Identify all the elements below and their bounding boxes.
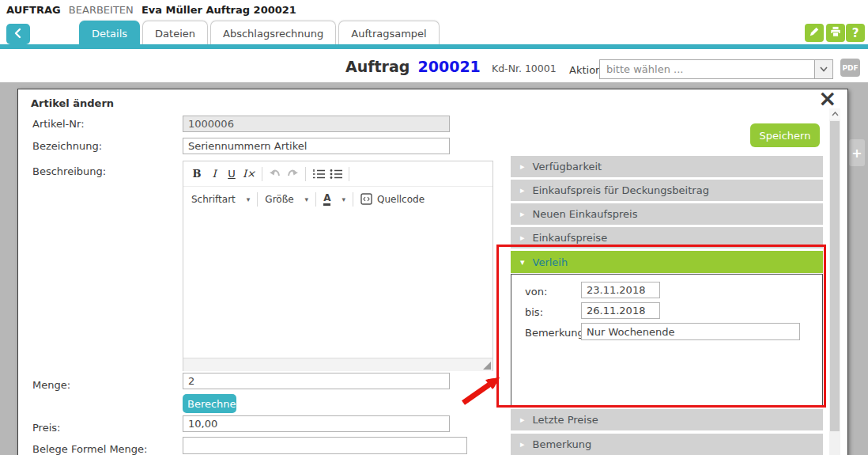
font-size-label: Größe: [265, 194, 293, 205]
accordion-label: Neuen Einkaufspreis: [533, 208, 638, 220]
print-button[interactable]: [826, 24, 845, 42]
action-select-value: bitte wählen ...: [600, 60, 814, 78]
chevron-right-icon: ▸: [520, 439, 525, 449]
tab-auftragsampel[interactable]: Auftragsampel: [338, 21, 439, 45]
chevron-down-icon: ▾: [342, 195, 345, 203]
accordion-label: Einkaufspreise: [533, 232, 608, 244]
editor-content-area[interactable]: [183, 211, 492, 358]
chevron-right-icon: ▸: [520, 415, 525, 425]
breadcrumb-section: AUFTRAG: [6, 4, 61, 16]
bemerkung-field[interactable]: [581, 323, 800, 340]
source-code-button[interactable]: Quellcode: [357, 193, 428, 205]
chevron-down-icon: ▾: [247, 195, 251, 203]
editor-toolbar-row2: Schriftart ▾ Größe ▾ A ▾: [183, 187, 492, 211]
source-code-icon: [360, 193, 372, 205]
accordion-section-verfuegbarkeit[interactable]: ▸ Verfügbarkeit: [511, 156, 823, 177]
menge-label: Menge:: [32, 379, 70, 391]
accordion-section-einkaufspreis-deckungsbeitrag[interactable]: ▸ Einkaufspreis für Deckungsbeitrag: [511, 180, 823, 201]
accordion-label: Verleih: [533, 256, 568, 268]
modal-title: Artikel ändern: [31, 97, 114, 109]
chevron-right-icon: ▸: [520, 161, 525, 172]
preis-label: Preis:: [32, 422, 60, 434]
toolbar-separator: [257, 192, 258, 207]
breadcrumb: AUFTRAG BEARBEITEN Eva Müller Auftrag 20…: [6, 4, 296, 16]
bullet-list-icon[interactable]: [327, 165, 345, 183]
bemerkung-label: Bemerkung:: [525, 327, 587, 339]
editor-toolbar-row1: B I U I×: [183, 161, 492, 187]
tab-bar: Details Dateien Abschlagsrechnung Auftra…: [79, 21, 442, 44]
chevron-left-icon: [13, 27, 24, 42]
beschreibung-editor: B I U I×: [183, 161, 493, 371]
accordion-label: Bemerkung: [533, 438, 592, 450]
tab-abschlagsrechnung[interactable]: Abschlagsrechnung: [210, 21, 336, 45]
accordion-section-einkaufspreise[interactable]: ▸ Einkaufspreise: [511, 227, 823, 248]
artikel-aendern-modal: Artikel ändern × Artikel-Nr: Bezeichnung…: [17, 89, 848, 455]
chevron-down-icon: ▾: [305, 195, 309, 203]
pdf-button[interactable]: PDF: [840, 59, 860, 77]
order-title: Auftrag: [345, 58, 409, 75]
chevron-right-icon: ▸: [520, 209, 525, 219]
accordion-label: Einkaufspreis für Deckungsbeitrag: [533, 184, 709, 196]
source-code-label: Quellcode: [377, 194, 425, 205]
breadcrumb-mode: BEARBEITEN: [69, 4, 134, 16]
toolbar-separator: [262, 167, 262, 181]
bis-date-field[interactable]: [581, 302, 660, 319]
accordion-label: Letzte Preise: [533, 414, 598, 426]
accordion-section-bemerkung[interactable]: ▸ Bemerkung: [511, 434, 823, 455]
accordion-label: Verfügbarkeit: [533, 161, 602, 173]
numbered-list-icon[interactable]: [310, 165, 327, 183]
bold-button[interactable]: B: [188, 165, 206, 183]
preis-field[interactable]: [183, 415, 450, 432]
artikel-nr-label: Artikel-Nr:: [32, 118, 85, 130]
page-title: Auftrag 200021 Kd-Nr. 10001: [345, 58, 557, 75]
undo-icon[interactable]: [266, 165, 284, 183]
chevron-right-icon: ▸: [520, 185, 525, 195]
italic-button[interactable]: I: [206, 165, 223, 183]
toolbar-separator: [349, 167, 349, 181]
action-select[interactable]: bitte wählen ...: [599, 59, 833, 79]
von-date-field[interactable]: [581, 282, 660, 298]
redo-icon[interactable]: [284, 165, 301, 183]
menge-field[interactable]: [183, 373, 450, 389]
font-family-dropdown[interactable]: Schriftart ▾: [188, 194, 253, 205]
toolbar-separator: [315, 192, 316, 207]
app-window: AUFTRAG BEARBEITEN Eva Müller Auftrag 20…: [0, 0, 868, 455]
pencil-icon: [809, 26, 820, 40]
accent-divider-bar: [0, 44, 868, 49]
berechnen-button[interactable]: Berechnen: [183, 394, 236, 413]
accordion-section-verleih[interactable]: ▾ Verleih: [511, 251, 823, 273]
question-mark-icon: ?: [852, 26, 859, 40]
speichern-button[interactable]: Speichern: [750, 123, 820, 147]
belege-formel-menge-field[interactable]: [183, 437, 467, 454]
chevron-down-icon: [814, 60, 832, 78]
underline-button[interactable]: U: [223, 165, 240, 183]
tab-details[interactable]: Details: [79, 21, 140, 45]
font-family-label: Schriftart: [191, 194, 236, 205]
text-color-dropdown[interactable]: A ▾: [320, 193, 349, 206]
font-size-dropdown[interactable]: Größe ▾: [262, 194, 311, 205]
artikel-nr-field: [183, 116, 450, 132]
accordion-section-letzte-preise[interactable]: ▸ Letzte Preise: [511, 409, 823, 430]
back-button[interactable]: [6, 24, 30, 44]
modal-scrollbar-thumb[interactable]: [830, 121, 840, 431]
customer-number: Kd-Nr. 10001: [492, 63, 557, 74]
accordion-section-neuen-einkaufspreis[interactable]: ▸ Neuen Einkaufspreis: [511, 203, 823, 225]
close-icon[interactable]: ×: [818, 88, 836, 110]
resize-handle-icon[interactable]: [483, 362, 491, 370]
toolbar-separator: [353, 192, 353, 207]
tab-dateien[interactable]: Dateien: [142, 21, 208, 45]
help-button[interactable]: ?: [846, 24, 865, 42]
von-label: von:: [525, 286, 547, 298]
breadcrumb-context: Eva Müller Auftrag 200021: [142, 4, 296, 16]
order-number: 200021: [418, 58, 481, 75]
belege-formel-menge-label: Belege Formel Menge:: [32, 443, 147, 455]
edit-button[interactable]: [805, 24, 824, 42]
splitter-plus-button[interactable]: +: [849, 139, 865, 166]
printer-icon: [830, 26, 841, 40]
chevron-down-icon: ▾: [520, 257, 525, 267]
bis-label: bis:: [525, 306, 543, 318]
bezeichnung-label: Bezeichnung:: [32, 140, 102, 152]
bezeichnung-field[interactable]: [183, 138, 450, 154]
scroll-up-icon[interactable]: [829, 108, 840, 119]
remove-format-button[interactable]: I×: [240, 165, 258, 183]
